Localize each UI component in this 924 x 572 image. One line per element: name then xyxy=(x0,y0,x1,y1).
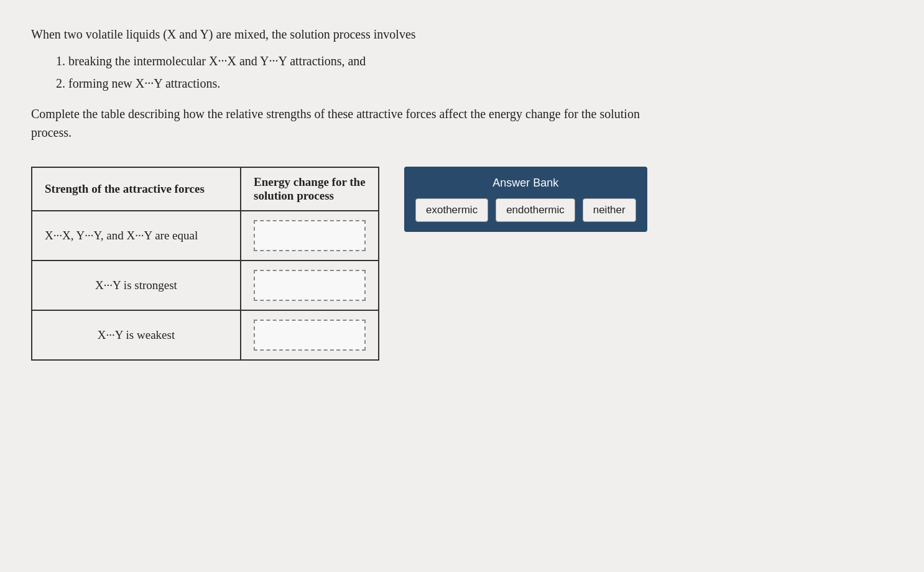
answer-bank-items: exothermic endothermic neither xyxy=(415,198,636,222)
row3-drop-cell[interactable] xyxy=(241,310,379,360)
row1-strength: X···X, Y···Y, and X···Y are equal xyxy=(32,211,241,261)
solution-table: Strength of the attractive forces Energy… xyxy=(31,167,379,361)
answer-bank-title: Answer Bank xyxy=(415,177,636,190)
table-row: X···X, Y···Y, and X···Y are equal xyxy=(32,211,379,261)
row2-strength: X···Y is strongest xyxy=(32,261,241,310)
content-area: Strength of the attractive forces Energy… xyxy=(31,167,893,361)
answer-chip-endothermic[interactable]: endothermic xyxy=(496,198,575,222)
row3-strength: X···Y is weakest xyxy=(32,310,241,360)
complete-instruction-text: Complete the table describing how the re… xyxy=(31,104,653,142)
answer-bank: Answer Bank exothermic endothermic neith… xyxy=(404,167,647,232)
row1-drop-cell[interactable] xyxy=(241,211,379,261)
answer-chip-neither[interactable]: neither xyxy=(583,198,636,222)
table-row: X···Y is weakest xyxy=(32,310,379,360)
col2-header: Energy change for the solution process xyxy=(241,167,379,211)
row3-drop-zone[interactable] xyxy=(254,320,366,351)
step2-text: 2. forming new X···Y attractions. xyxy=(56,72,893,95)
intro-main-text: When two volatile liquids (X and Y) are … xyxy=(31,25,893,44)
row2-drop-cell[interactable] xyxy=(241,261,379,310)
step1-text: 1. breaking the intermolecular X···X and… xyxy=(56,50,893,72)
col1-header: Strength of the attractive forces xyxy=(32,167,241,211)
numbered-list: 1. breaking the intermolecular X···X and… xyxy=(56,50,893,95)
table-wrapper: Strength of the attractive forces Energy… xyxy=(31,167,379,361)
table-row: X···Y is strongest xyxy=(32,261,379,310)
page-container: When two volatile liquids (X and Y) are … xyxy=(0,0,924,572)
row1-drop-zone[interactable] xyxy=(254,220,366,251)
row2-drop-zone[interactable] xyxy=(254,270,366,301)
answer-chip-exothermic[interactable]: exothermic xyxy=(415,198,488,222)
